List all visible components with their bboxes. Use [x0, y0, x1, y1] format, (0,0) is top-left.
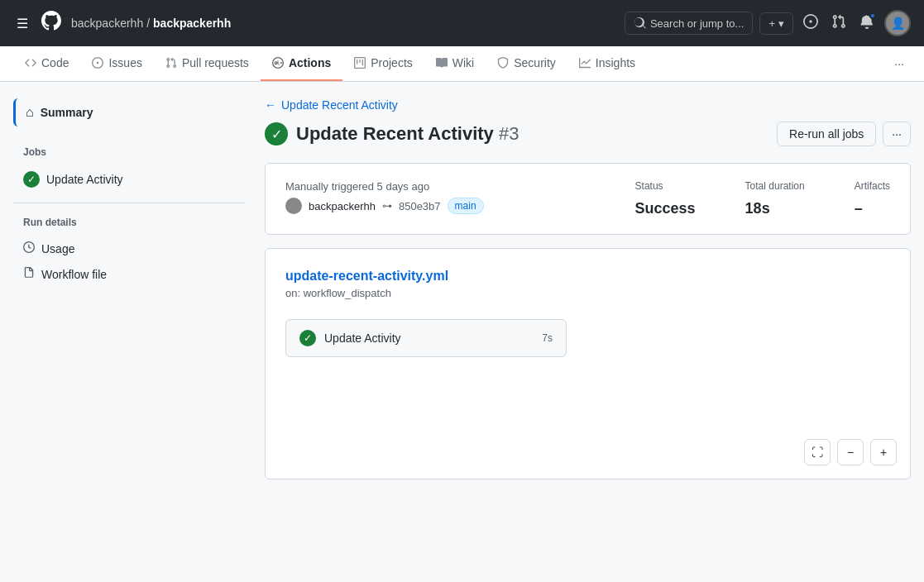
- nav-item-code[interactable]: Code: [13, 46, 80, 81]
- status-card: Manually triggered 5 days ago backpacker…: [265, 163, 911, 235]
- sidebar-usage-item[interactable]: Usage: [13, 236, 245, 260]
- usage-label: Usage: [41, 242, 74, 255]
- workflow-job-box[interactable]: ✓ Update Activity 7s: [285, 319, 567, 357]
- home-icon: ⌂: [26, 105, 34, 120]
- jobs-section-label: Jobs: [13, 143, 245, 161]
- workflow-filename[interactable]: update-recent-activity.yml: [285, 269, 890, 284]
- nav-item-wiki[interactable]: Wiki: [424, 46, 486, 81]
- workflow-job-name: Update Activity: [324, 332, 401, 345]
- pullrequest-icon-button[interactable]: [828, 11, 850, 36]
- branch-badge: main: [448, 198, 484, 214]
- username: backpackerhh: [309, 200, 376, 212]
- nav-right: Search or jump to... + ▾ 👤: [625, 10, 911, 36]
- zoom-in-button[interactable]: +: [870, 439, 897, 465]
- breadcrumb-separator: /: [146, 17, 150, 30]
- nav-wiki-label: Wiki: [452, 56, 474, 69]
- page-title-row: ✓ Update Recent Activity #3 Re-run all j…: [265, 122, 911, 146]
- workflow-card: update-recent-activity.yml on: workflow_…: [265, 248, 911, 479]
- run-details-label: Run details: [13, 213, 245, 231]
- search-button[interactable]: Search or jump to...: [625, 12, 753, 35]
- artifacts-label: Artifacts: [855, 180, 890, 192]
- run-success-icon: ✓: [265, 122, 288, 146]
- nav-item-actions[interactable]: Actions: [261, 46, 342, 81]
- user-avatar-small: [285, 198, 302, 214]
- back-label: Update Recent Activity: [281, 98, 398, 112]
- artifacts-value: –: [855, 200, 890, 217]
- top-nav: ☰ backpackerhh / backpackerhh Search or …: [0, 0, 924, 46]
- status-section: Status Success: [635, 180, 696, 217]
- nav-projects-label: Projects: [371, 56, 413, 69]
- nav-pulls-label: Pull requests: [182, 56, 249, 69]
- summary-label: Summary: [41, 106, 93, 119]
- workflow-controls: ⛶ − +: [804, 439, 897, 465]
- workflow-trigger: on: workflow_dispatch: [285, 287, 890, 299]
- nav-insights-label: Insights: [596, 56, 635, 69]
- page-content: ⌂ Summary Jobs ✓ Update Activity Run det…: [0, 82, 924, 496]
- commit-hash: 850e3b7: [399, 200, 441, 212]
- sidebar: ⌂ Summary Jobs ✓ Update Activity Run det…: [13, 98, 245, 479]
- nav-item-projects[interactable]: Projects: [342, 46, 424, 81]
- nav-code-label: Code: [41, 56, 69, 69]
- back-arrow-icon: ←: [265, 98, 276, 112]
- issues-icon-button[interactable]: [800, 11, 821, 36]
- sidebar-job-update-activity[interactable]: ✓ Update Activity: [13, 166, 245, 193]
- rerun-all-jobs-button[interactable]: Re-run all jobs: [777, 122, 876, 146]
- more-options-button[interactable]: ···: [883, 122, 911, 146]
- page-title: ✓ Update Recent Activity #3: [265, 122, 519, 146]
- job-label: Update Activity: [46, 173, 123, 186]
- back-breadcrumb[interactable]: ← Update Recent Activity: [265, 98, 911, 112]
- nav-item-pulls[interactable]: Pull requests: [154, 46, 261, 81]
- nav-actions-label: Actions: [289, 56, 331, 69]
- breadcrumb-repo[interactable]: backpackerhh: [153, 17, 231, 30]
- nav-breadcrumb: backpackerhh / backpackerhh: [71, 17, 615, 30]
- run-title: Update Recent Activity #3: [296, 123, 519, 145]
- sidebar-summary[interactable]: ⌂ Summary: [13, 98, 245, 126]
- run-title-text: Update Recent Activity: [296, 123, 494, 144]
- new-button[interactable]: + ▾: [759, 12, 793, 35]
- job-success-icon: ✓: [23, 171, 40, 188]
- run-number: #3: [499, 123, 519, 144]
- trigger-text: Manually triggered 5 days ago: [285, 180, 586, 193]
- breadcrumb-owner[interactable]: backpackerhh: [71, 17, 143, 30]
- workflow-file-label: Workflow file: [41, 268, 107, 281]
- job-check-icon: ✓: [299, 330, 316, 346]
- commit-separator-icon: ⊶: [382, 200, 392, 212]
- main-content: ← Update Recent Activity ✓ Update Recent…: [265, 98, 911, 479]
- nav-issues-label: Issues: [108, 56, 141, 69]
- file-icon: [23, 267, 35, 281]
- github-logo: [41, 11, 61, 36]
- nav-item-issues[interactable]: Issues: [80, 46, 153, 81]
- status-value: Success: [635, 200, 696, 217]
- duration-value: 18s: [745, 200, 805, 217]
- user-avatar[interactable]: 👤: [884, 10, 911, 36]
- artifacts-section: Artifacts –: [855, 180, 890, 217]
- expand-button[interactable]: ⛶: [804, 439, 831, 465]
- nav-security-label: Security: [514, 56, 556, 69]
- nav-item-insights[interactable]: Insights: [567, 46, 647, 81]
- notifications-icon-button[interactable]: [856, 11, 878, 36]
- nav-more-button[interactable]: ···: [888, 47, 911, 80]
- trigger-section: Manually triggered 5 days ago backpacker…: [285, 180, 586, 214]
- status-label: Status: [635, 180, 696, 192]
- hamburger-button[interactable]: ☰: [13, 12, 31, 35]
- search-label: Search or jump to...: [650, 17, 744, 30]
- zoom-out-button[interactable]: −: [837, 439, 864, 465]
- repo-nav: Code Issues Pull requests Actions Projec…: [0, 46, 924, 82]
- sidebar-workflow-file-item[interactable]: Workflow file: [13, 262, 245, 286]
- nav-item-security[interactable]: Security: [486, 46, 567, 81]
- page-title-actions: Re-run all jobs ···: [777, 122, 911, 146]
- sidebar-divider: [13, 203, 245, 203]
- duration-label: Total duration: [745, 180, 805, 192]
- workflow-job-left: ✓ Update Activity: [299, 330, 401, 346]
- clock-icon: [23, 241, 35, 255]
- notification-dot: [869, 12, 876, 19]
- duration-section: Total duration 18s: [745, 180, 805, 217]
- workflow-job-duration: 7s: [542, 332, 553, 344]
- user-row: backpackerhh ⊶ 850e3b7 main: [285, 198, 586, 214]
